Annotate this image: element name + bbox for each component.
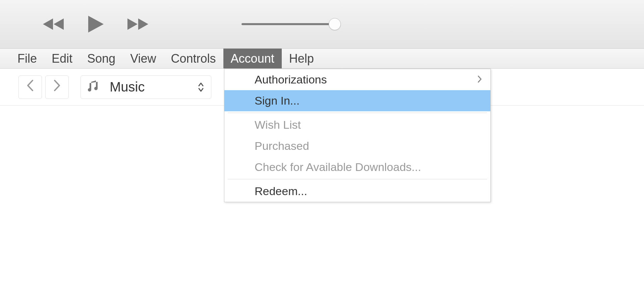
volume-thumb[interactable]: [329, 18, 341, 30]
next-track-icon[interactable]: [126, 17, 150, 32]
library-label: Music: [110, 79, 145, 95]
menu-separator: [228, 179, 487, 179]
menu-view[interactable]: View: [123, 49, 163, 68]
chevron-right-icon: [477, 74, 482, 85]
account-dropdown-menu: Authorizations Sign In... Wish List Purc…: [224, 69, 491, 202]
play-icon[interactable]: [86, 14, 106, 34]
stepper-icon: [198, 81, 204, 93]
volume-track: [241, 23, 335, 25]
chevron-right-icon: [53, 79, 61, 95]
menu-item-label: Purchased: [255, 139, 309, 153]
nav-back-button[interactable]: [18, 75, 42, 99]
menu-controls[interactable]: Controls: [164, 49, 223, 68]
menu-item-check-downloads: Check for Available Downloads...: [224, 157, 490, 178]
menu-account[interactable]: Account: [223, 49, 282, 68]
menu-item-authorizations[interactable]: Authorizations: [224, 69, 490, 90]
menu-separator: [228, 113, 487, 113]
menu-item-label: Check for Available Downloads...: [255, 161, 421, 174]
menu-item-sign-in[interactable]: Sign In...: [224, 90, 490, 111]
menu-item-label: Authorizations: [255, 73, 327, 86]
volume-slider[interactable]: [241, 23, 335, 25]
menu-item-wish-list: Wish List: [224, 114, 490, 135]
menu-item-purchased: Purchased: [224, 135, 490, 157]
library-selector[interactable]: Music: [80, 75, 211, 99]
menu-item-redeem[interactable]: Redeem...: [224, 181, 490, 202]
menu-edit[interactable]: Edit: [44, 49, 80, 68]
playback-toolbar: [0, 0, 644, 49]
menubar: File Edit Song View Controls Account Hel…: [0, 49, 644, 69]
chevron-left-icon: [26, 79, 34, 95]
menu-file[interactable]: File: [10, 49, 44, 68]
menu-help[interactable]: Help: [282, 49, 321, 68]
playback-controls: [42, 14, 150, 34]
nav-forward-button[interactable]: [45, 75, 69, 99]
menu-item-label: Redeem...: [255, 185, 307, 198]
music-note-icon: [88, 80, 100, 95]
menu-item-label: Sign In...: [255, 94, 300, 107]
previous-track-icon[interactable]: [42, 17, 66, 32]
menu-item-label: Wish List: [255, 118, 301, 131]
menu-song[interactable]: Song: [80, 49, 123, 68]
